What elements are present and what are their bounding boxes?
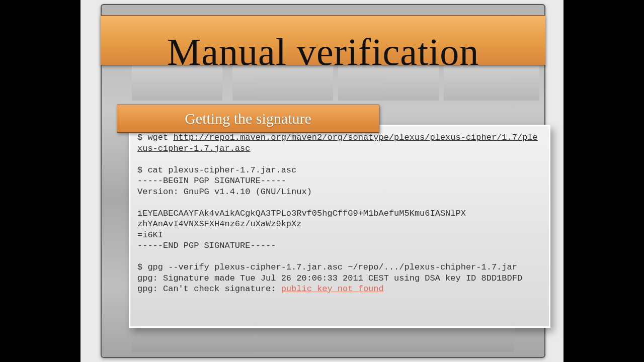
wget-url: http://repo1.maven.org/maven2/org/sonaty…	[137, 133, 538, 153]
pgp-body-line: =i6KI	[137, 230, 163, 240]
pgp-version: Version: GnuPG v1.4.10 (GNU/Linux)	[137, 187, 312, 197]
gpg-output-line: gpg: Signature made Tue Jul 26 20:06:33 …	[137, 274, 522, 283]
title-bar: Manual verification	[101, 15, 545, 65]
terminal-box: $ wget http://repo1.maven.org/maven2/org…	[129, 125, 550, 328]
pgp-begin: -----BEGIN PGP SIGNATURE-----	[137, 176, 286, 186]
slide-stage: Manual verification Getting the signatur…	[80, 0, 564, 362]
slide-title: Manual verification	[101, 30, 545, 74]
pgp-body-line: zhYAnAvI4VNXSFXH4nz6z/uXaWz9kpXz	[137, 219, 301, 229]
subtitle-bar: Getting the signature	[117, 105, 379, 133]
gpg-verify-command: $ gpg --verify plexus-cipher-1.7.jar.asc…	[137, 262, 517, 272]
slide: Manual verification Getting the signatur…	[101, 4, 545, 358]
gpg-output-prefix: gpg: Can't check signature:	[137, 284, 281, 294]
wget-prefix: $ wget	[137, 133, 173, 142]
gpg-error-text: public key not found	[281, 284, 384, 294]
pgp-end: -----END PGP SIGNATURE-----	[137, 241, 276, 250]
slide-subtitle: Getting the signature	[185, 110, 311, 127]
terminal-content: $ wget http://repo1.maven.org/maven2/org…	[137, 132, 542, 295]
cat-command: $ cat plexus-cipher-1.7.jar.asc	[137, 165, 296, 175]
pgp-body-line: iEYEABECAAYFAk4vAikACgkQA3TPLo3Rvf05hgCf…	[137, 209, 466, 218]
